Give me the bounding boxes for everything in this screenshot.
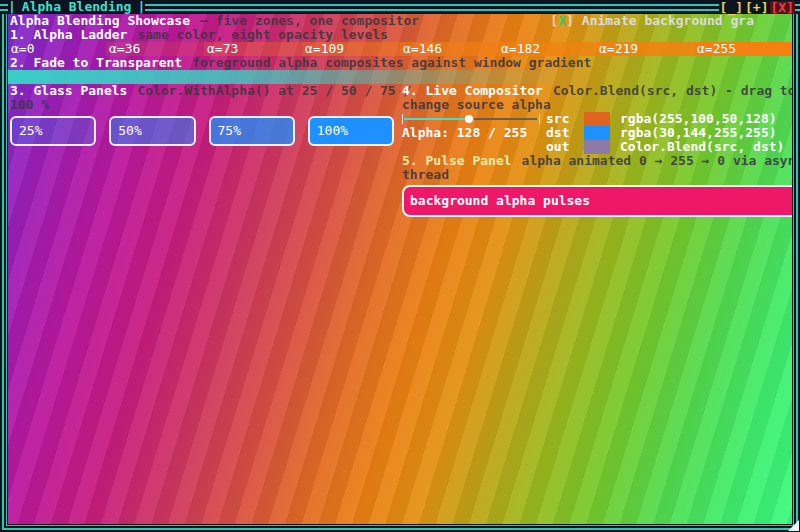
checkbox-label: Animate background gra bbox=[582, 14, 754, 28]
titlebar-border-line bbox=[0, 4, 8, 11]
fade-bar bbox=[8, 70, 792, 84]
glass-panel-100: 100% bbox=[308, 116, 394, 146]
slider-end-tick bbox=[402, 114, 403, 124]
animate-gradient-checkbox[interactable]: [X]Animate background gra bbox=[550, 14, 754, 28]
close-button[interactable]: [X] bbox=[770, 1, 795, 14]
page-subtitle: — five zones, one compositor bbox=[200, 14, 419, 28]
slider-track-active[interactable] bbox=[404, 118, 466, 120]
pulse-title-row: 5. Pulse Panelalpha animated 0 → 255 → 0… bbox=[400, 154, 792, 168]
window-border bbox=[2, 14, 4, 530]
src-color-swatch bbox=[584, 112, 610, 126]
glass-panels-zone: 3. Glass PanelsColor.WithAlpha() at 25 /… bbox=[8, 84, 400, 217]
titlebar-border-line bbox=[145, 4, 718, 11]
resize-handle-icon[interactable] bbox=[788, 520, 799, 531]
dst-color-swatch bbox=[584, 126, 610, 140]
window-content: Alpha Blending Showcase— five zones, one… bbox=[8, 14, 792, 524]
fade-subtitle: foreground alpha composites against wind… bbox=[192, 55, 591, 70]
window-border bbox=[2, 528, 798, 530]
ladder-cell: α=36 bbox=[106, 42, 204, 56]
ladder-cell: α=109 bbox=[302, 42, 400, 56]
src-label: src bbox=[546, 112, 578, 126]
app-window: | Alpha Blending | [_] [+] [X] Alpha Ble… bbox=[0, 0, 800, 532]
glass-subtitle-wrap: 100 % bbox=[8, 98, 400, 112]
page-title: Alpha Blending Showcase bbox=[10, 14, 190, 28]
slider-track-rest[interactable] bbox=[474, 118, 537, 120]
ladder-subtitle: same color, eight opacity levels bbox=[137, 27, 387, 42]
titlebar-border-line bbox=[795, 4, 800, 11]
window-border bbox=[796, 14, 798, 530]
ladder-title: 1. Alpha Ladder bbox=[10, 27, 127, 42]
ladder-cell: α=146 bbox=[400, 42, 498, 56]
ladder-cell: α=0 bbox=[8, 42, 106, 56]
out-value: Color.Blend(src, dst) bbox=[620, 140, 792, 154]
ladder-cell: α=219 bbox=[596, 42, 694, 56]
glass-panel-label: 25% bbox=[19, 124, 42, 138]
dst-value: rgba(30,144,255,255) bbox=[620, 126, 792, 140]
glass-panel-25: 25% bbox=[10, 116, 96, 146]
glass-panel-50: 50% bbox=[109, 116, 195, 146]
pulse-subtitle-wrap: thread bbox=[400, 168, 792, 182]
glass-panel-label: 75% bbox=[218, 124, 241, 138]
glass-panel-row: 25% 50% 75% 100% bbox=[10, 116, 394, 146]
pulse-panel: background alpha pulses bbox=[402, 185, 792, 217]
fade-title-row: 2. Fade to Transparentforeground alpha c… bbox=[8, 56, 792, 70]
grid-spacer bbox=[402, 140, 540, 154]
two-column-area: 3. Glass PanelsColor.WithAlpha() at 25 /… bbox=[8, 84, 792, 217]
alpha-ladder: α=0 α=36 α=73 α=109 α=146 α=182 α=219 α=… bbox=[8, 42, 792, 56]
checkbox-check-icon: X bbox=[558, 14, 566, 28]
compositor-grid: src rgba(255,100,50,128) Alpha: 128 / 25… bbox=[400, 112, 792, 154]
ladder-cell: α=182 bbox=[498, 42, 596, 56]
alpha-readout: Alpha: 128 / 255 bbox=[402, 126, 540, 140]
glass-panel-label: 100% bbox=[317, 124, 348, 138]
pulse-subtitle: alpha animated 0 → 255 → 0 via async bbox=[522, 153, 792, 168]
titlebar[interactable]: | Alpha Blending | [_] [+] [X] bbox=[0, 0, 800, 14]
ladder-title-row: 1. Alpha Laddersame color, eight opacity… bbox=[8, 28, 792, 42]
checkbox-bracket: ] bbox=[566, 14, 574, 28]
minimize-button[interactable]: [_] bbox=[719, 1, 744, 14]
fade-title: 2. Fade to Transparent bbox=[10, 55, 182, 70]
out-color-swatch bbox=[584, 140, 610, 154]
glass-panel-75: 75% bbox=[209, 116, 295, 146]
pulse-title: 5. Pulse Panel bbox=[402, 153, 512, 168]
maximize-button[interactable]: [+] bbox=[744, 1, 769, 14]
dst-label: dst bbox=[546, 126, 578, 140]
glass-title-row: 3. Glass PanelsColor.WithAlpha() at 25 /… bbox=[8, 84, 400, 98]
compositor-title-row: 4. Live CompositorColor.Blend(src, dst) … bbox=[400, 84, 792, 98]
slider-end-tick bbox=[539, 114, 540, 124]
compositor-zone: 4. Live CompositorColor.Blend(src, dst) … bbox=[400, 84, 792, 217]
compositor-subtitle: Color.Blend(src, dst) - drag to bbox=[553, 83, 792, 98]
window-border bbox=[793, 14, 794, 526]
out-label: out bbox=[546, 140, 578, 154]
title-separator-left: | bbox=[8, 0, 16, 14]
window-border bbox=[6, 14, 7, 526]
compositor-subtitle-wrap: change source alpha bbox=[400, 98, 792, 112]
pulse-panel-text: background alpha pulses bbox=[410, 194, 590, 208]
window-title: Alpha Blending bbox=[16, 0, 138, 14]
checkbox-bracket: [ bbox=[550, 14, 558, 28]
glass-subtitle: Color.WithAlpha() at 25 / 50 / 75 / bbox=[137, 83, 411, 98]
title-separator-right: | bbox=[137, 0, 145, 14]
header-row: Alpha Blending Showcase— five zones, one… bbox=[8, 14, 792, 28]
ladder-cell: α=255 bbox=[694, 42, 792, 56]
glass-title: 3. Glass Panels bbox=[10, 83, 127, 98]
ladder-cell: α=73 bbox=[204, 42, 302, 56]
compositor-title: 4. Live Compositor bbox=[402, 83, 543, 98]
header-text: Alpha Blending Showcase— five zones, one… bbox=[10, 14, 419, 28]
slider-handle[interactable] bbox=[465, 115, 473, 123]
window-border bbox=[6, 525, 794, 526]
glass-panel-label: 50% bbox=[118, 124, 141, 138]
src-value: rgba(255,100,50,128) bbox=[620, 112, 792, 126]
alpha-slider[interactable] bbox=[402, 112, 540, 126]
